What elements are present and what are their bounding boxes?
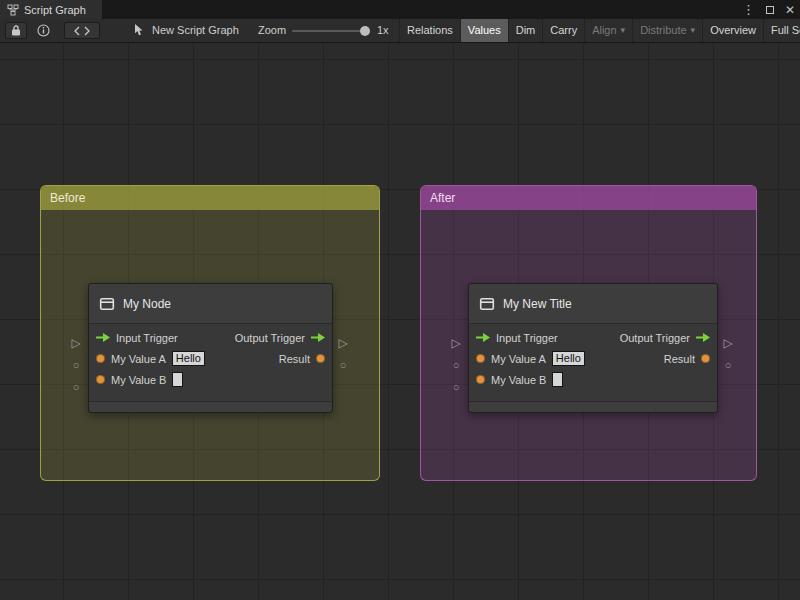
graph-asset-icon <box>134 24 145 38</box>
graph-name[interactable]: New Script Graph <box>152 19 239 42</box>
value-a-field[interactable]: Hello <box>172 351 205 366</box>
external-trigger-in-port[interactable]: ▷ <box>448 336 464 350</box>
window-tab-bar: Script Graph ⋮ ✕ <box>0 0 800 19</box>
graph-toolbar: New Script Graph Zoom 1x Relations Value… <box>0 19 800 43</box>
info-icon <box>37 24 50 37</box>
result-port-icon[interactable] <box>701 354 710 363</box>
external-result-port[interactable]: ○ <box>335 358 351 372</box>
port-label: My Value A <box>491 353 546 365</box>
port-label: Result <box>279 353 310 365</box>
tab-script-graph[interactable]: Script Graph <box>0 0 102 19</box>
external-value-b-port[interactable]: ○ <box>448 380 464 394</box>
port-label: My Value A <box>111 353 166 365</box>
value-b-field[interactable] <box>552 372 563 387</box>
node-body: Input Trigger Output Trigger My Value A … <box>469 324 717 390</box>
node-title: My Node <box>123 297 171 311</box>
external-trigger-in-port[interactable]: ▷ <box>68 336 84 350</box>
port-label: Input Trigger <box>496 332 558 344</box>
trigger-out-port-icon[interactable] <box>311 333 325 342</box>
chevron-down-icon: ▾ <box>621 19 626 42</box>
port-label: Result <box>664 353 695 365</box>
value-a-port-icon[interactable] <box>96 354 105 363</box>
graph-tab-icon <box>7 4 19 16</box>
node-my-node[interactable]: My Node Input Trigger Output Trigger <box>88 283 333 413</box>
external-trigger-out-port[interactable]: ▷ <box>335 336 351 350</box>
external-value-a-port[interactable]: ○ <box>448 358 464 372</box>
port-label: Input Trigger <box>116 332 178 344</box>
value-b-port-icon[interactable] <box>96 375 105 384</box>
close-icon[interactable]: ✕ <box>785 3 795 17</box>
node-title: My New Title <box>503 297 572 311</box>
dim-button[interactable]: Dim <box>508 19 543 42</box>
window-controls: ⋮ ✕ <box>742 0 795 19</box>
value-a-row: My Value A Hello Result <box>89 348 332 369</box>
value-b-port-icon[interactable] <box>476 375 485 384</box>
toolbar-toggle-group: Relations Values Dim Carry Align ▾ Distr… <box>399 19 800 42</box>
group-before-header[interactable]: Before <box>41 186 379 210</box>
align-dropdown[interactable]: Align ▾ <box>584 19 632 42</box>
unit-icon <box>99 296 115 312</box>
external-result-port[interactable]: ○ <box>720 358 736 372</box>
trigger-row: Input Trigger Output Trigger <box>89 327 332 348</box>
value-a-field[interactable]: Hello <box>552 351 585 366</box>
lock-icon <box>11 25 21 36</box>
port-label: My Value B <box>111 374 166 386</box>
kebab-menu-icon[interactable]: ⋮ <box>742 0 755 19</box>
distribute-dropdown[interactable]: Distribute ▾ <box>632 19 702 42</box>
node-header[interactable]: My New Title <box>469 284 717 324</box>
trigger-row: Input Trigger Output Trigger <box>469 327 717 348</box>
node-footer <box>469 401 717 412</box>
zoom-slider[interactable] <box>292 30 368 32</box>
port-label: My Value B <box>491 374 546 386</box>
trigger-out-port-icon[interactable] <box>696 333 710 342</box>
port-label: Output Trigger <box>620 332 690 344</box>
carry-button[interactable]: Carry <box>542 19 584 42</box>
zoom-slider-thumb[interactable] <box>360 26 370 36</box>
value-b-row: My Value B <box>469 369 717 390</box>
graph-canvas[interactable]: Before After My Node In <box>0 43 800 600</box>
values-button[interactable]: Values <box>460 19 508 42</box>
node-footer <box>89 401 332 412</box>
result-port-icon[interactable] <box>316 354 325 363</box>
tab-label: Script Graph <box>24 4 86 16</box>
lock-button[interactable] <box>5 22 27 39</box>
unit-icon <box>479 296 495 312</box>
maximize-icon[interactable] <box>766 6 774 14</box>
node-my-new-title[interactable]: My New Title Input Trigger Output Trigge… <box>468 283 718 413</box>
zoom-value: 1x <box>377 19 389 42</box>
value-b-row: My Value B <box>89 369 332 390</box>
overview-button[interactable]: Overview <box>702 19 763 42</box>
port-label: Output Trigger <box>235 332 305 344</box>
group-after-header[interactable]: After <box>421 186 756 210</box>
trigger-in-port-icon[interactable] <box>476 333 490 342</box>
value-a-port-icon[interactable] <box>476 354 485 363</box>
info-button[interactable] <box>32 22 54 39</box>
relations-button[interactable]: Relations <box>399 19 460 42</box>
code-icon <box>74 26 90 36</box>
trigger-in-port-icon[interactable] <box>96 333 110 342</box>
external-value-b-port[interactable]: ○ <box>68 380 84 394</box>
value-b-field[interactable] <box>172 372 183 387</box>
node-body: Input Trigger Output Trigger My Value A … <box>89 324 332 390</box>
external-trigger-out-port[interactable]: ▷ <box>720 336 736 350</box>
value-a-row: My Value A Hello Result <box>469 348 717 369</box>
zoom-label: Zoom <box>258 19 286 42</box>
fullscreen-button[interactable]: Full Scr <box>763 19 800 42</box>
chevron-down-icon: ▾ <box>691 19 696 42</box>
group-label: Before <box>50 191 85 205</box>
external-value-a-port[interactable]: ○ <box>68 358 84 372</box>
node-header[interactable]: My Node <box>89 284 332 324</box>
code-view-button[interactable] <box>64 22 100 39</box>
group-label: After <box>430 191 455 205</box>
